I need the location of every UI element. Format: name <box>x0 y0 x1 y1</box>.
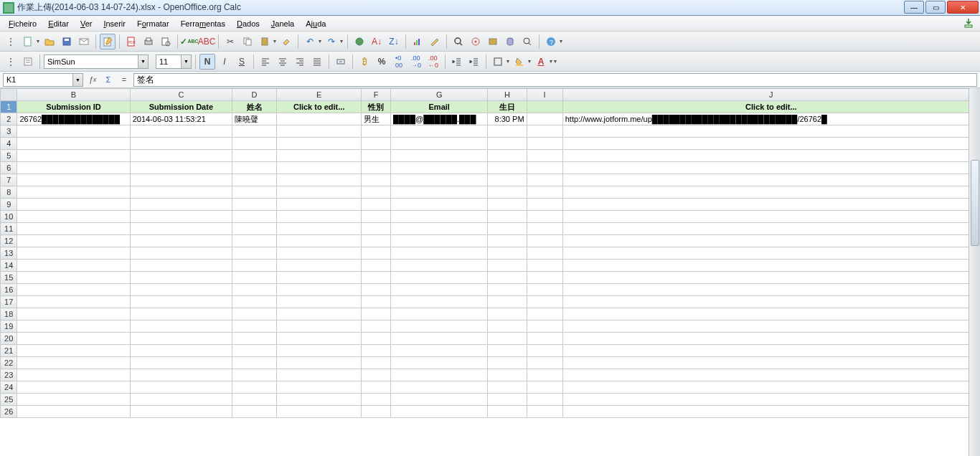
menu-dados[interactable]: Dados <box>231 18 265 29</box>
cut-button[interactable]: ✂ <box>222 34 238 49</box>
cell[interactable] <box>390 320 488 333</box>
cell[interactable] <box>562 260 979 272</box>
cell[interactable] <box>232 272 277 284</box>
cell[interactable] <box>527 369 562 381</box>
remove-decimal-button[interactable]: .00←0 <box>425 54 441 70</box>
cell[interactable] <box>527 211 562 223</box>
menu-ficheiro[interactable]: Ficheiro <box>3 18 42 29</box>
row-header[interactable]: 24 <box>1 381 17 394</box>
cell[interactable] <box>362 333 391 345</box>
cell[interactable] <box>562 345 979 357</box>
cell[interactable] <box>527 150 562 162</box>
redo-button[interactable]: ↷ <box>324 34 339 49</box>
format-paintbrush-button[interactable] <box>278 34 294 49</box>
cell[interactable] <box>362 320 391 333</box>
cell[interactable] <box>17 211 130 223</box>
zoom-button[interactable] <box>519 34 535 49</box>
cell[interactable] <box>488 284 527 296</box>
cell[interactable] <box>362 369 391 381</box>
cell[interactable] <box>390 186 488 199</box>
row-header[interactable]: 15 <box>1 272 17 284</box>
cell[interactable] <box>562 357 979 369</box>
cell[interactable] <box>17 223 130 235</box>
italic-button[interactable]: I <box>217 54 232 70</box>
sort-desc-button[interactable]: Z↓ <box>386 34 402 49</box>
cell[interactable] <box>277 174 362 186</box>
cell[interactable] <box>390 381 488 394</box>
col-header-B[interactable]: B <box>17 89 130 101</box>
cell[interactable] <box>362 357 391 369</box>
cell[interactable] <box>277 320 362 333</box>
cell[interactable]: Click to edit... <box>562 101 979 113</box>
undo-dropdown[interactable]: ▼ <box>318 39 322 44</box>
cell[interactable] <box>277 150 362 162</box>
email-button[interactable] <box>76 34 92 49</box>
cell[interactable] <box>130 235 232 247</box>
cell[interactable] <box>362 235 391 247</box>
save-button[interactable] <box>59 34 75 49</box>
cell[interactable]: Submission ID <box>17 101 130 113</box>
cell[interactable] <box>390 211 488 223</box>
cell[interactable] <box>527 394 562 406</box>
print-button[interactable] <box>141 34 156 49</box>
cell[interactable] <box>562 186 979 199</box>
toolbar-overflow[interactable]: ▼ <box>553 59 557 64</box>
cell[interactable] <box>17 162 130 174</box>
cell[interactable] <box>232 162 277 174</box>
cell[interactable] <box>562 174 979 186</box>
menu-inserir[interactable]: Inserir <box>98 18 131 29</box>
borders-dropdown[interactable]: ▼ <box>506 59 510 64</box>
cell[interactable] <box>562 247 979 260</box>
cell[interactable] <box>130 272 232 284</box>
cell[interactable] <box>488 345 527 357</box>
cell[interactable] <box>390 406 488 418</box>
cell[interactable] <box>527 138 562 150</box>
cell[interactable] <box>277 113 362 125</box>
sum-button[interactable]: Σ <box>102 73 115 86</box>
cell[interactable] <box>232 345 277 357</box>
currency-button[interactable]: ₿ <box>357 54 372 70</box>
cell[interactable] <box>488 186 527 199</box>
font-name-combo[interactable]: ▼ <box>44 54 149 69</box>
styles-button[interactable] <box>20 54 36 70</box>
cell[interactable]: ████@██████.███ <box>390 113 488 125</box>
cell[interactable] <box>277 199 362 211</box>
cell[interactable] <box>390 308 488 320</box>
cell[interactable] <box>488 357 527 369</box>
row-header[interactable]: 14 <box>1 260 17 272</box>
menu-formatar[interactable]: Formatar <box>131 18 175 29</box>
datasources-button[interactable] <box>502 34 518 49</box>
cell[interactable] <box>362 394 391 406</box>
cell[interactable] <box>488 320 527 333</box>
cell[interactable] <box>362 125 391 138</box>
cell[interactable] <box>130 284 232 296</box>
row-header[interactable]: 25 <box>1 394 17 406</box>
row-header[interactable]: 21 <box>1 345 17 357</box>
spellcheck-button[interactable]: ✓ABC <box>182 34 197 49</box>
cell[interactable] <box>17 406 130 418</box>
cell[interactable] <box>527 333 562 345</box>
cell[interactable] <box>527 320 562 333</box>
row-header[interactable]: 12 <box>1 235 17 247</box>
vertical-scrollbar[interactable] <box>969 88 980 456</box>
percent-button[interactable]: % <box>374 54 390 70</box>
cell[interactable] <box>17 247 130 260</box>
cell[interactable] <box>130 260 232 272</box>
align-justify-button[interactable] <box>309 54 325 70</box>
cell[interactable] <box>527 199 562 211</box>
row-header[interactable]: 5 <box>1 150 17 162</box>
cell[interactable] <box>527 406 562 418</box>
bold-button[interactable]: N <box>199 54 215 70</box>
cell[interactable] <box>527 235 562 247</box>
cell[interactable] <box>17 235 130 247</box>
menu-ver[interactable]: Ver <box>75 18 98 29</box>
cell[interactable] <box>562 235 979 247</box>
cell[interactable] <box>232 394 277 406</box>
cell[interactable] <box>232 235 277 247</box>
font-size-input[interactable] <box>156 55 181 68</box>
cell[interactable] <box>232 296 277 308</box>
cell[interactable] <box>362 345 391 357</box>
sort-asc-button[interactable]: A↓ <box>369 34 385 49</box>
cell[interactable] <box>527 113 562 125</box>
cell[interactable] <box>130 138 232 150</box>
